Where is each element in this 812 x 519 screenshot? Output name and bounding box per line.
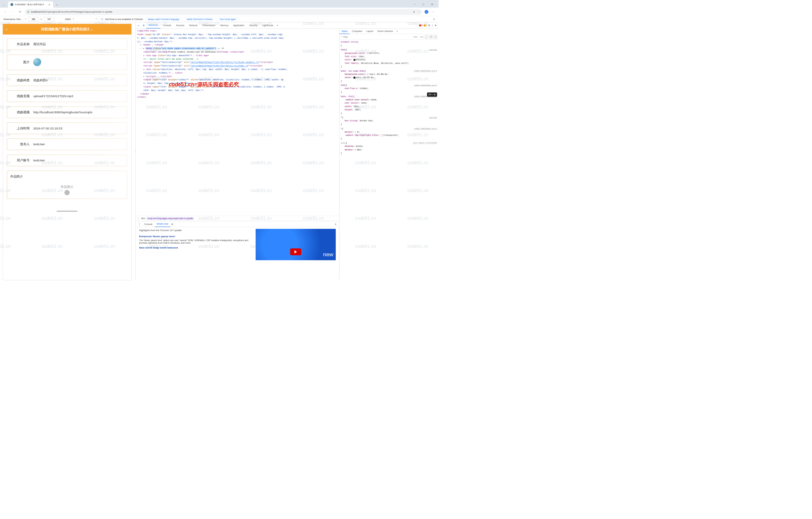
forward-button[interactable]: →	[10, 9, 15, 14]
dom-line[interactable]: <script type="text/javascript" src="/spr…	[137, 64, 338, 68]
play-icon[interactable]	[290, 248, 301, 256]
back-icon[interactable]: ‹	[6, 27, 7, 31]
dom-line[interactable]: <script type="text/javascript" src="/spr…	[137, 61, 338, 64]
chrome-menu-button[interactable]: ⋮	[431, 9, 436, 14]
more-tabs-icon[interactable]: »	[276, 24, 279, 27]
toggle-common-button[interactable]: ⊞	[430, 35, 433, 38]
dom-line[interactable]: ▸ <head> … </head>	[137, 43, 338, 47]
devtools-tab-performance[interactable]: Performance	[200, 22, 218, 28]
devtools-tab-application[interactable]: Application	[231, 22, 247, 28]
computed-toggle[interactable]: ▭	[434, 35, 437, 38]
hov-toggle[interactable]: :hov	[413, 36, 417, 38]
form-row[interactable]: 戏曲种类戏曲种类8	[7, 75, 127, 86]
form-row[interactable]: 戏曲视频http://localhost:8080/springboota7eo…	[7, 107, 127, 118]
back-button[interactable]: ←	[3, 9, 8, 14]
dom-line[interactable]: t: 0px; --window-margin: 0px; --window-t…	[137, 36, 338, 40]
switch-devtools-cn-button[interactable]: Switch DevTools to Chinese	[184, 17, 215, 21]
inspect-icon[interactable]: ▭	[136, 23, 141, 28]
close-icon[interactable]: ✕	[435, 24, 437, 27]
chevron-down-icon[interactable]: ▼	[73, 19, 74, 20]
dom-line[interactable]: <!-- built files will be auto injected -…	[137, 57, 338, 61]
drawer-tab-console[interactable]: Console	[142, 221, 155, 227]
site-info-icon[interactable]: ⓘ	[27, 10, 29, 13]
password-key-icon[interactable]: ⊘	[413, 10, 415, 13]
image-thumbnail[interactable]	[33, 58, 41, 66]
warnings-badge[interactable]: 1	[424, 24, 427, 27]
dom-line[interactable]: <input type="file" accept="video/*" styl…	[137, 78, 338, 82]
drawer-menu-icon[interactable]: ⋮	[137, 223, 142, 225]
dom-line[interactable]: x; height: 0px; top: 0px; left: 0px;">	[137, 82, 338, 85]
devtools-tab-security[interactable]: Security	[247, 22, 260, 28]
profile-avatar[interactable]	[425, 10, 429, 14]
dom-line[interactable]: ▸ <uni-app class="uni-app--maxwidth"> … …	[137, 54, 338, 57]
ime-indicator[interactable]: CH ♪ 简	[427, 92, 437, 97]
bookmark-star-icon[interactable]: ☆	[417, 10, 419, 13]
more-tabs-icon[interactable]: »	[395, 30, 399, 33]
device-mode-icon[interactable]: ⧉	[141, 23, 146, 28]
browser-tab[interactable]: 🌐 传统戏曲推广微信小程序的设计 ✕	[8, 1, 53, 7]
devtools-tab-elements[interactable]: Elements	[146, 22, 160, 28]
dom-line[interactable]: idth: 0px; height: 0px; top: 0px; left: …	[137, 88, 338, 92]
dom-line[interactable]: ▸ <div style="position: absolute; left: …	[137, 68, 338, 71]
dom-line[interactable]: <html lang="zh-CN" style="--status-bar-h…	[137, 33, 338, 36]
styles-tab-styles[interactable]: Styles	[339, 29, 350, 34]
form-row[interactable]: 作品简介作品简介	[7, 171, 127, 199]
dom-line[interactable]: <input type="file" accept="image/*" mult…	[137, 85, 338, 89]
form-row[interactable]: 发布人testUser	[7, 138, 127, 150]
zoom-label[interactable]: 100%	[65, 18, 70, 20]
dom-line[interactable]: )); --window-bottom: 0px;">	[137, 40, 338, 43]
dom-line[interactable]: <!DOCTYPE html>	[137, 29, 338, 33]
close-icon[interactable]: ✕	[334, 222, 338, 226]
breadcrumb-item[interactable]: html	[141, 217, 145, 220]
textarea-placeholder[interactable]: 作品简介	[10, 185, 124, 189]
dimensions-label[interactable]: Dimensions: Res…	[4, 18, 23, 20]
maximize-button[interactable]: □	[422, 3, 425, 6]
devtools-tab-lighthouse[interactable]: Lighthouse	[260, 22, 276, 28]
form-row[interactable]: 上传时间2024-07-30 22:18:23	[7, 122, 127, 134]
styles-tab-computed[interactable]: Computed	[350, 29, 365, 34]
form-row[interactable]: 用户账号testUser	[7, 155, 127, 166]
styles-tab-layout[interactable]: Layout	[365, 29, 375, 34]
reload-button[interactable]: ⟳	[18, 9, 22, 14]
dom-line[interactable]: </body>	[137, 92, 338, 95]
devtools-tab-memory[interactable]: Memory	[218, 22, 231, 28]
height-input[interactable]	[44, 17, 54, 21]
close-window-button[interactable]: ✕	[430, 3, 434, 6]
dom-line[interactable]: ⋯ ▾ <body class="uni-body pages-xiquzuop…	[137, 47, 338, 50]
devtools-tab-sources[interactable]: Sources	[173, 22, 187, 28]
breadcrumb-item[interactable]: body.uni-body.pages-xiquzuopin-add-or-up…	[146, 217, 194, 220]
dom-line[interactable]: <noscript> <strong>Please enable JavaScr…	[137, 50, 338, 54]
errors-badge[interactable]: 4	[419, 24, 423, 27]
devtools-tab-console[interactable]: Console	[160, 22, 173, 28]
always-match-language-button[interactable]: Always match Chrome's language	[145, 17, 182, 21]
dom-line[interactable]: ▸ <script> … </script>	[137, 75, 338, 78]
chevron-down-icon[interactable]: ▼	[95, 19, 97, 20]
cls-toggle[interactable]: .cls	[419, 36, 424, 38]
form-row[interactable]: 作品名称测试作品	[7, 38, 127, 50]
breadcrumb-menu-icon[interactable]: ⋮	[137, 217, 140, 220]
close-icon[interactable]: ✕	[48, 3, 51, 6]
new-style-button[interactable]: +	[425, 35, 428, 38]
dont-show-again-button[interactable]: Don't show again	[217, 17, 238, 21]
width-input[interactable]	[28, 17, 38, 21]
chevron-down-icon[interactable]: ▼	[25, 19, 26, 20]
address-bar[interactable]: ⓘ localhost:8081/springboota7eoo/front/h…	[25, 9, 422, 15]
devtools-tab-network[interactable]: Network	[187, 22, 200, 28]
minimize-button[interactable]: −	[413, 3, 417, 6]
close-icon[interactable]: ✕	[432, 17, 436, 21]
drawer-tab-what-s-new[interactable]: What's new	[154, 221, 170, 227]
form-row[interactable]: 戏曲音频upload/1722349127329.mp3	[7, 90, 127, 102]
styles-filter-input[interactable]	[343, 35, 411, 38]
tabs-dropdown-icon[interactable]: ⌄	[2, 3, 6, 7]
dom-breadcrumb[interactable]: ⋮ html body.uni-body.pages-xiquzuopin-ad…	[136, 216, 339, 221]
close-icon[interactable]: ✕	[170, 223, 173, 225]
dom-tree[interactable]: <!DOCTYPE html><html lang="zh-CN" style=…	[136, 29, 339, 216]
form-row[interactable]: 图片	[7, 55, 127, 70]
dom-line[interactable]: </html>	[137, 95, 338, 99]
gear-icon[interactable]: ⚙	[428, 24, 430, 27]
video-thumbnail[interactable]: new	[256, 229, 336, 260]
dom-line[interactable]: visibility: hidden;"> … </div>	[137, 71, 338, 75]
new-tab-button[interactable]: ＋	[55, 3, 59, 7]
styles-tab-event-listeners[interactable]: Event Listeners	[375, 29, 395, 34]
styles-body[interactable]: element.style {}body {<style>background-…	[339, 40, 438, 280]
